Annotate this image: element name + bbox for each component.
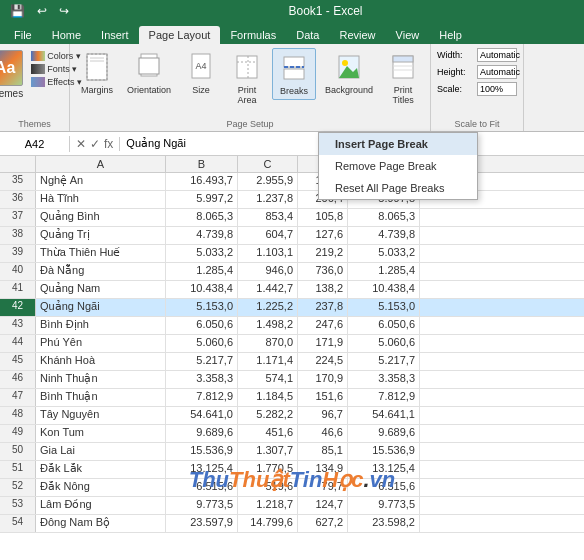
col-header-c[interactable]: C [238, 156, 298, 172]
table-row[interactable]: 43 Bình Định 6.050,6 1.498,2 247,6 6.050… [0, 317, 584, 335]
confirm-formula-icon[interactable]: ✓ [90, 137, 100, 151]
cell-b[interactable]: 1.285,4 [166, 263, 238, 280]
cell-d[interactable]: 79,7 [298, 479, 348, 496]
cell-b[interactable]: 9.689,6 [166, 425, 238, 442]
cell-e[interactable]: 54.641,1 [348, 407, 420, 424]
cell-d[interactable]: 627,2 [298, 515, 348, 532]
cell-c[interactable]: 1.218,7 [238, 497, 298, 514]
cell-a[interactable]: Hà Tĩnh [36, 191, 166, 208]
cell-d[interactable]: 171,9 [298, 335, 348, 352]
cell-a[interactable]: Nghệ An [36, 173, 166, 190]
table-row[interactable]: 53 Lâm Đồng 9.773,5 1.218,7 124,7 9.773,… [0, 497, 584, 515]
cell-c[interactable]: 574,1 [238, 371, 298, 388]
cell-c[interactable]: 946,0 [238, 263, 298, 280]
cell-b[interactable]: 6.515,6 [166, 479, 238, 496]
background-button[interactable]: Background [320, 48, 378, 98]
cell-a[interactable]: Đông Nam Bộ [36, 515, 166, 532]
cell-b[interactable]: 7.812,9 [166, 389, 238, 406]
reset-all-page-breaks-item[interactable]: Reset All Page Breaks [319, 177, 477, 199]
cell-a[interactable]: Lâm Đồng [36, 497, 166, 514]
cell-c[interactable]: 1.225,2 [238, 299, 298, 316]
cell-a[interactable]: Phú Yên [36, 335, 166, 352]
cell-b[interactable]: 8.065,3 [166, 209, 238, 226]
print-titles-button[interactable]: Print Titles [382, 48, 424, 108]
cell-c[interactable]: 1.184,5 [238, 389, 298, 406]
cell-a[interactable]: Ninh Thuận [36, 371, 166, 388]
cell-d[interactable]: 138,2 [298, 281, 348, 298]
redo-icon[interactable]: ↪ [55, 2, 73, 20]
cell-c[interactable]: 1.103,1 [238, 245, 298, 262]
cell-b[interactable]: 13.125,4 [166, 461, 238, 478]
cell-a[interactable]: Quảng Ngãi [36, 299, 166, 316]
width-input[interactable]: Automatic [477, 48, 517, 62]
cell-c[interactable]: 1.237,8 [238, 191, 298, 208]
table-row[interactable]: 40 Đà Nẵng 1.285,4 946,0 736,0 1.285,4 [0, 263, 584, 281]
cell-a[interactable]: Đà Nẵng [36, 263, 166, 280]
col-header-b[interactable]: B [166, 156, 238, 172]
cell-e[interactable]: 23.598,2 [348, 515, 420, 532]
table-row[interactable]: 41 Quảng Nam 10.438,4 1.442,7 138,2 10.4… [0, 281, 584, 299]
tab-view[interactable]: View [386, 26, 430, 44]
tab-formulas[interactable]: Formulas [220, 26, 286, 44]
cell-a[interactable]: Quảng Bình [36, 209, 166, 226]
breaks-button[interactable]: Breaks [272, 48, 316, 100]
cell-b[interactable]: 5.997,2 [166, 191, 238, 208]
cell-b[interactable]: 5.033,2 [166, 245, 238, 262]
cell-e[interactable]: 1.285,4 [348, 263, 420, 280]
cell-e[interactable]: 6.050,6 [348, 317, 420, 334]
tab-page-layout[interactable]: Page Layout [139, 26, 221, 44]
cell-a[interactable]: Bình Thuận [36, 389, 166, 406]
cell-e[interactable]: 9.773,5 [348, 497, 420, 514]
cell-reference[interactable]: A42 [0, 136, 70, 152]
cell-c[interactable]: 2.955,9 [238, 173, 298, 190]
cell-d[interactable]: 224,5 [298, 353, 348, 370]
cell-c[interactable]: 1.770,5 [238, 461, 298, 478]
margins-button[interactable]: Margins [76, 48, 118, 98]
cell-a[interactable]: Bình Định [36, 317, 166, 334]
cell-e[interactable]: 8.065,3 [348, 209, 420, 226]
cell-b[interactable]: 5.060,6 [166, 335, 238, 352]
cell-a[interactable]: Thừa Thiên Huế [36, 245, 166, 262]
table-row[interactable]: 35 Nghệ An 16.493,7 2.955,9 179,2 16.490… [0, 173, 584, 191]
cell-c[interactable]: 853,4 [238, 209, 298, 226]
cell-b[interactable]: 16.493,7 [166, 173, 238, 190]
themes-button[interactable]: Aa Themes [0, 48, 25, 101]
size-button[interactable]: A4 Size [180, 48, 222, 98]
table-row[interactable]: 36 Hà Tĩnh 5.997,2 1.237,8 206,4 5.997,8 [0, 191, 584, 209]
cell-a[interactable]: Khánh Hoà [36, 353, 166, 370]
tab-data[interactable]: Data [286, 26, 329, 44]
cell-b[interactable]: 10.438,4 [166, 281, 238, 298]
cell-d[interactable]: 736,0 [298, 263, 348, 280]
tab-insert[interactable]: Insert [91, 26, 139, 44]
cell-b[interactable]: 3.358,3 [166, 371, 238, 388]
cell-c[interactable]: 1.307,7 [238, 443, 298, 460]
table-row[interactable]: 51 Đắk Lắk 13.125,4 1.770,5 134,9 13.125… [0, 461, 584, 479]
cell-b[interactable]: 23.597,9 [166, 515, 238, 532]
cell-d[interactable]: 85,1 [298, 443, 348, 460]
cell-d[interactable]: 46,6 [298, 425, 348, 442]
cell-e[interactable]: 13.125,4 [348, 461, 420, 478]
height-input[interactable]: Automatic [477, 65, 517, 79]
tab-file[interactable]: File [4, 26, 42, 44]
cell-c[interactable]: 5.282,2 [238, 407, 298, 424]
cell-c[interactable]: 14.799,6 [238, 515, 298, 532]
insert-function-icon[interactable]: fx [104, 137, 113, 151]
table-row[interactable]: 50 Gia Lai 15.536,9 1.307,7 85,1 15.536,… [0, 443, 584, 461]
cell-d[interactable]: 134,9 [298, 461, 348, 478]
table-row[interactable]: 44 Phú Yên 5.060,6 870,0 171,9 5.060,6 [0, 335, 584, 353]
cell-b[interactable]: 5.153,0 [166, 299, 238, 316]
cell-d[interactable]: 105,8 [298, 209, 348, 226]
cell-e[interactable]: 9.689,6 [348, 425, 420, 442]
cell-b[interactable]: 15.536,9 [166, 443, 238, 460]
table-row[interactable]: 47 Bình Thuận 7.812,9 1.184,5 151,6 7.81… [0, 389, 584, 407]
cell-b[interactable]: 54.641,0 [166, 407, 238, 424]
cell-e[interactable]: 5.217,7 [348, 353, 420, 370]
cell-a[interactable]: Quảng Trị [36, 227, 166, 244]
cell-e[interactable]: 5.033,2 [348, 245, 420, 262]
table-row[interactable]: 49 Kon Tum 9.689,6 451,6 46,6 9.689,6 [0, 425, 584, 443]
cell-d[interactable]: 170,9 [298, 371, 348, 388]
tab-help[interactable]: Help [429, 26, 472, 44]
cell-a[interactable]: Tây Nguyên [36, 407, 166, 424]
insert-page-break-item[interactable]: Insert Page Break [319, 133, 477, 155]
cell-c[interactable]: 604,7 [238, 227, 298, 244]
